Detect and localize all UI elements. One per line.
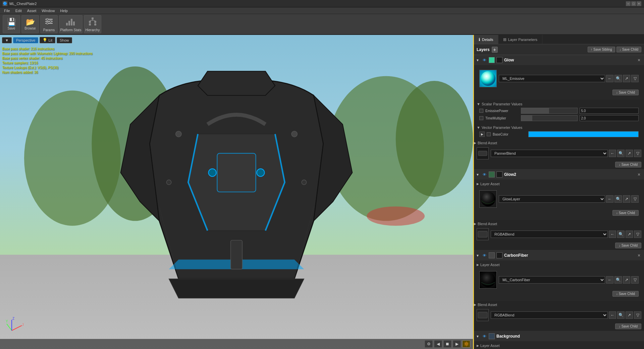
params-button[interactable]: Params — [40, 15, 58, 33]
save-child-header-button[interactable]: ↓ Save Child — [616, 47, 641, 52]
menu-file[interactable]: File — [1, 8, 13, 13]
carbon-dark-swatch[interactable] — [496, 252, 502, 258]
carbon-asset-label[interactable]: ▶ Layer Asset — [477, 262, 641, 268]
perspective-mode-dropdown[interactable]: ▼ — [2, 37, 12, 43]
carbon-collapse-arrow[interactable]: ▼ — [476, 254, 480, 257]
carbon-blend-label[interactable]: ▶ Blend Asset — [474, 302, 644, 308]
glow-time-checkbox[interactable] — [479, 116, 483, 120]
carbon-blend-search-btn[interactable]: 🔍 — [617, 311, 625, 319]
carbon-asset-arrow-btn[interactable]: ← — [606, 276, 613, 284]
glow2-asset-arrow-btn[interactable]: ← — [606, 195, 613, 203]
carbon-asset-filter-btn[interactable]: ▽ — [631, 276, 639, 284]
carbon-blend-save-child-button[interactable]: ↓ Save Child — [615, 323, 641, 329]
glow-asset-search-btn[interactable]: 🔍 — [614, 75, 622, 82]
lit-button[interactable]: 💡 Lit — [40, 37, 55, 43]
glow2-blend-arrow-btn[interactable]: ← — [609, 231, 616, 238]
carbon-layer-save-child-button[interactable]: ↓ Save Child — [612, 291, 639, 297]
carbon-close-button[interactable]: × — [636, 252, 642, 258]
save-button[interactable]: 💾 Save — [3, 15, 20, 33]
tab-details[interactable]: ℹ Details — [474, 35, 498, 44]
glow-asset-dropdown[interactable]: ML_Emissive — [499, 75, 605, 82]
hierarchy-button[interactable]: Hierarchy — [84, 15, 101, 33]
viewport-btn-1[interactable]: ⚙ — [425, 340, 433, 348]
menu-edit[interactable]: Edit — [13, 8, 24, 13]
carbon-blend-arrow-btn[interactable]: ← — [609, 311, 616, 319]
glow2-dark-swatch[interactable] — [496, 171, 502, 178]
menu-help[interactable]: Help — [57, 8, 70, 13]
glow-close-button[interactable]: × — [636, 57, 642, 63]
viewport[interactable]: ▼ Perspective 💡 Lit Show Base pass shade… — [0, 35, 473, 349]
save-sibling-button[interactable]: ↑ Save Sibling — [588, 47, 615, 52]
glow2-collapse-arrow[interactable]: ▼ — [476, 173, 480, 177]
carbon-visibility-button[interactable]: 👁 — [482, 253, 487, 258]
glow-basecolor-expand[interactable]: ▶ — [479, 132, 485, 137]
background-asset-label[interactable]: ▶ Layer Asset — [477, 343, 641, 349]
background-color-swatch[interactable] — [489, 333, 495, 339]
menu-window[interactable]: Window — [39, 8, 57, 13]
browse-button[interactable]: 📂 Browse — [21, 15, 39, 33]
glow-layer-save-child-button[interactable]: ↓ Save Child — [612, 90, 639, 95]
glow-scalar-header[interactable]: ▼ Scalar Parameter Values — [477, 101, 641, 107]
viewport-btn-5[interactable]: 🔆 — [462, 340, 470, 348]
carbon-blend-link-btn[interactable]: ↗ — [626, 311, 633, 319]
glow2-asset-link-btn[interactable]: ↗ — [623, 195, 630, 203]
glow2-close-button[interactable]: × — [636, 171, 642, 178]
carbon-blend-dropdown[interactable]: RGBABlend — [491, 311, 608, 319]
platform-stats-button[interactable]: Platform Stats — [59, 15, 83, 33]
glow-color-swatch[interactable] — [489, 57, 495, 63]
glow2-blend-search-btn[interactable]: 🔍 — [617, 231, 625, 238]
show-button[interactable]: Show — [57, 37, 72, 43]
glow2-blend-filter-btn[interactable]: ▽ — [634, 231, 641, 238]
glow2-blend-dropdown[interactable]: RGBABlend — [491, 231, 608, 238]
glow2-asset-search-btn[interactable]: 🔍 — [614, 195, 622, 203]
glow-asset-link-btn[interactable]: ↗ — [623, 75, 630, 82]
tab-layer-parameters[interactable]: ⊞ Layer Parameters — [498, 35, 542, 44]
minimize-button[interactable]: – — [626, 1, 631, 6]
viewport-btn-3[interactable]: ⏹ — [443, 340, 451, 348]
menu-asset[interactable]: Asset — [24, 8, 39, 13]
glow2-color-swatch[interactable] — [489, 171, 495, 178]
glow2-asset-dropdown[interactable]: GlowLayer — [499, 195, 605, 203]
glow2-layer-asset-label[interactable]: ▶ Layer Asset — [477, 181, 641, 187]
perspective-button[interactable]: Perspective — [13, 37, 38, 43]
maximize-button[interactable]: □ — [631, 1, 636, 6]
carbon-asset-search-btn[interactable]: 🔍 — [614, 276, 622, 284]
carbon-color-swatch[interactable] — [489, 252, 495, 258]
carbon-blend-filter-btn[interactable]: ▽ — [634, 311, 641, 319]
glow2-blend-save-child-button[interactable]: ↓ Save Child — [615, 243, 641, 248]
glow-visibility-button[interactable]: 👁 — [482, 57, 487, 63]
glow-blend-filter-btn[interactable]: ▽ — [634, 150, 641, 157]
carbon-asset-dropdown[interactable]: ML_CarbonFiber — [499, 276, 605, 284]
glow-emissive-input[interactable] — [580, 108, 639, 114]
glow-vector-header[interactable]: ▼ Vector Parameter Values — [477, 124, 641, 131]
viewport-btn-4[interactable]: ▶ — [453, 340, 461, 348]
carbon-asset-link-btn[interactable]: ↗ — [623, 276, 630, 284]
viewport-btn-2[interactable]: ◀ — [434, 340, 442, 348]
glow-blend-save-child-button[interactable]: ↓ Save Child — [615, 162, 641, 167]
background-visibility-button[interactable]: 👁 — [482, 334, 487, 339]
glow-emissive-slider[interactable] — [521, 108, 578, 114]
glow-blend-arrow-btn[interactable]: ← — [609, 150, 616, 157]
glow-emissive-checkbox[interactable] — [479, 109, 483, 113]
glow-asset-arrow-btn[interactable]: ← — [606, 75, 613, 82]
glow-blend-link-btn[interactable]: ↗ — [626, 150, 633, 157]
glow-basecolor-checkbox[interactable] — [487, 132, 491, 136]
background-collapse-arrow[interactable]: ▼ — [476, 335, 480, 338]
glow2-visibility-button[interactable]: 👁 — [482, 172, 487, 177]
glow2-blend-label[interactable]: ▶ Blend Asset — [474, 221, 644, 227]
glow-basecolor-swatch[interactable] — [528, 131, 639, 137]
glow-time-slider[interactable] — [521, 115, 578, 121]
glow-blend-label[interactable]: ▶ Blend Asset — [474, 140, 644, 146]
glow-dark-swatch[interactable] — [496, 57, 502, 63]
glow-collapse-arrow[interactable]: ▼ — [476, 58, 480, 62]
glow-time-input[interactable] — [580, 115, 639, 121]
glow-blend-dropdown[interactable]: PannerBlend — [491, 150, 608, 157]
layers-area[interactable]: ▼ 👁 Glow × — [474, 55, 644, 349]
glow-blend-search-btn[interactable]: 🔍 — [617, 150, 625, 157]
glow2-asset-filter-btn[interactable]: ▽ — [631, 195, 639, 203]
glow2-blend-link-btn[interactable]: ↗ — [626, 231, 633, 238]
glow-asset-filter-btn[interactable]: ▽ — [631, 75, 639, 82]
add-layer-button[interactable]: + — [492, 47, 498, 53]
close-button[interactable]: × — [637, 1, 641, 6]
glow2-layer-save-child-button[interactable]: ↓ Save Child — [612, 210, 639, 216]
